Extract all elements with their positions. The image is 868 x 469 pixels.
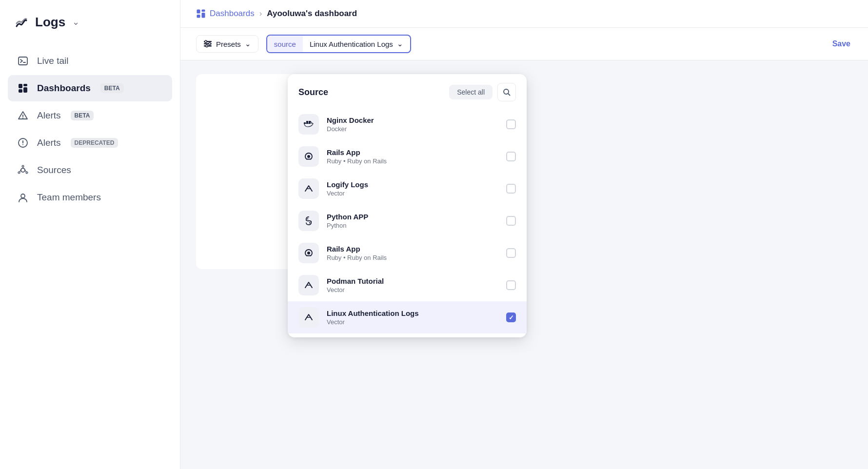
svg-rect-15 [197, 15, 200, 18]
sidebar-item-label: Live tail [37, 56, 68, 66]
dropdown-title: Source [298, 87, 328, 98]
content-area: Source Select all Nginx Docker Docker [180, 60, 868, 469]
source-item-podman-tutorial[interactable]: Podman Tutorial Vector [288, 269, 527, 301]
svg-point-12 [21, 194, 25, 198]
svg-rect-13 [197, 10, 200, 14]
source-name-linux-auth-logs: Linux Authentication Logs [327, 309, 498, 317]
logo-chevron-icon[interactable]: ⌄ [72, 17, 79, 27]
search-button[interactable] [497, 83, 516, 101]
source-item-rails-app-1[interactable]: Rails App Ruby • Ruby on Rails [288, 140, 527, 173]
svg-point-29 [307, 155, 310, 158]
sidebar-item-live-tail[interactable]: Live tail [8, 48, 172, 74]
presets-icon [203, 39, 212, 48]
dashboards-breadcrumb-icon [196, 9, 206, 19]
sidebar-item-label: Alerts [37, 137, 61, 148]
svg-rect-3 [19, 89, 22, 93]
breadcrumb-separator: › [259, 9, 262, 19]
alert-icon [17, 109, 29, 122]
source-item-nginx-docker[interactable]: Nginx Docker Docker [288, 108, 527, 140]
source-sub-linux-auth-logs: Vector [327, 318, 498, 326]
source-sub-logify-logs: Vector [327, 190, 498, 197]
dropdown-actions: Select all [449, 83, 516, 101]
sidebar-item-dashboards[interactable]: Dashboards BETA [8, 75, 172, 101]
source-info-linux-auth-logs: Linux Authentication Logs Vector [327, 309, 498, 326]
breadcrumb-dashboards-link[interactable]: Dashboards [196, 9, 255, 19]
sidebar-item-label: Dashboards [37, 83, 91, 94]
source-list: Nginx Docker Docker Rails App Ruby • Rub… [288, 108, 527, 333]
sidebar-item-team-members[interactable]: Team members [8, 184, 172, 211]
svg-rect-14 [202, 10, 205, 12]
alerts-beta-badge: BETA [71, 111, 94, 120]
sidebar: Logs ⌄ Live tail [0, 0, 180, 469]
source-checkbox-rails-app-2[interactable] [506, 248, 516, 258]
source-filter-pill[interactable]: source Linux Authentication Logs ⌄ [266, 35, 411, 53]
source-checkbox-logify-logs[interactable] [506, 184, 516, 194]
source-icon-rails-app-2 [298, 243, 319, 263]
alerts-deprecated-badge: DEPRECATED [71, 138, 118, 148]
terminal-icon [17, 55, 29, 67]
select-all-button[interactable]: Select all [449, 85, 493, 99]
dashboards-badge: BETA [100, 83, 124, 93]
source-info-rails-app-2: Rails App Ruby • Ruby on Rails [327, 245, 498, 261]
dashboards-icon [17, 82, 29, 95]
source-name-nginx-docker: Nginx Docker [327, 116, 498, 124]
source-item-logify-logs[interactable]: Logify Logs Vector [288, 173, 527, 205]
source-icon-logify-logs [298, 178, 319, 199]
sidebar-item-sources[interactable]: Sources [8, 157, 172, 183]
source-checkbox-rails-app-1[interactable] [506, 152, 516, 161]
filter-pill-label: source [267, 36, 303, 52]
filter-value-text: Linux Authentication Logs [310, 40, 393, 48]
svg-rect-16 [202, 13, 205, 18]
toolbar: Presets ⌄ source Linux Authentication Lo… [180, 28, 868, 60]
svg-point-32 [307, 252, 310, 254]
source-checkbox-nginx-docker[interactable] [506, 119, 516, 129]
search-icon [503, 88, 511, 96]
save-button[interactable]: Save [830, 36, 852, 52]
source-checkbox-python-app[interactable] [506, 216, 516, 226]
source-icon-python-app [298, 211, 319, 231]
svg-rect-0 [19, 57, 27, 65]
presets-label: Presets [216, 40, 241, 48]
svg-rect-2 [23, 84, 27, 86]
svg-point-20 [205, 40, 207, 42]
source-icon-nginx-docker [298, 114, 319, 135]
source-dropdown: Source Select all Nginx Docker Docker [288, 74, 527, 337]
svg-point-21 [209, 43, 211, 45]
source-info-python-app: Python APP Python [327, 213, 498, 229]
sidebar-nav: Live tail Dashboards BETA [0, 48, 180, 211]
alert-circle-icon [17, 137, 29, 149]
sidebar-item-alerts-beta[interactable]: Alerts BETA [8, 102, 172, 129]
logo-text: Logs [35, 15, 65, 30]
svg-point-11 [18, 172, 20, 174]
source-sub-rails-app-1: Ruby • Ruby on Rails [327, 157, 498, 165]
sources-icon [17, 164, 29, 176]
dropdown-header: Source Select all [288, 74, 527, 108]
source-name-rails-app-1: Rails App [327, 148, 498, 156]
source-info-rails-app-1: Rails App Ruby • Ruby on Rails [327, 148, 498, 165]
sidebar-item-alerts-deprecated[interactable]: Alerts DEPRECATED [8, 130, 172, 156]
svg-point-8 [21, 168, 25, 172]
source-icon-rails-app-1 [298, 146, 319, 167]
user-icon [17, 191, 29, 204]
sidebar-item-label: Team members [37, 192, 101, 203]
breadcrumb-dashboards-text[interactable]: Dashboards [210, 9, 255, 19]
svg-point-30 [307, 218, 308, 219]
presets-button[interactable]: Presets ⌄ [196, 35, 258, 53]
filter-pill-value[interactable]: Linux Authentication Logs ⌄ [303, 36, 410, 52]
source-checkbox-podman-tutorial[interactable] [506, 280, 516, 290]
breadcrumb-current-page: Ayooluwa's dashboard [267, 9, 357, 19]
filter-chevron-icon: ⌄ [397, 39, 403, 48]
source-sub-podman-tutorial: Vector [327, 286, 498, 293]
source-icon-linux-auth-logs [298, 307, 319, 328]
logo-icon [14, 14, 30, 30]
svg-rect-26 [306, 121, 308, 122]
source-item-python-app[interactable]: Python APP Python [288, 205, 527, 237]
source-info-logify-logs: Logify Logs Vector [327, 180, 498, 197]
source-item-linux-auth-logs[interactable]: Linux Authentication Logs Vector [288, 301, 527, 333]
source-item-rails-app-2[interactable]: Rails App Ruby • Ruby on Rails [288, 237, 527, 269]
svg-point-22 [206, 45, 208, 47]
source-info-podman-tutorial: Podman Tutorial Vector [327, 277, 498, 293]
source-checkbox-linux-auth-logs[interactable] [506, 313, 516, 322]
source-info-nginx-docker: Nginx Docker Docker [327, 116, 498, 133]
source-name-rails-app-2: Rails App [327, 245, 498, 253]
